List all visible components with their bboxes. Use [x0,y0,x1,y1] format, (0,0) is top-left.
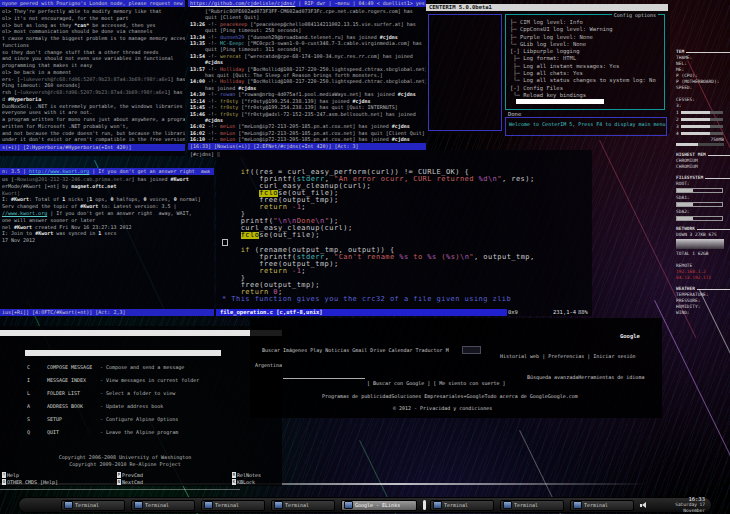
code-line: * This function gives you the crc32 of a… [222,296,592,303]
menu-name: ADDRESS BOOK [47,403,83,409]
vim-code-area[interactable]: if((res = curl_easy_perform(curl)) != CU… [222,169,592,303]
irc-line: 13:54 -!- werecat ["werecatde@cpe-68-174… [190,53,426,59]
config-tree-item[interactable]: ├─ Log all instant messages: Yes [510,63,662,70]
config-tree-item[interactable]: ├─ Log all chats: Yes [510,70,662,77]
taskbar-button-label: Terminal [514,502,538,508]
taskbar-button-terminal-4[interactable]: Terminal [271,500,335,511]
sysmon-row [676,188,723,193]
terminal-icon [64,501,73,509]
menu-key: S [27,416,30,422]
keybar-help[interactable]: Help [7,472,19,478]
irc-line: ol> be back in a moment [2,69,185,76]
alpine-menu-item-l[interactable]: LFOLDER LIST- Select a folder to view [0,390,282,403]
irc-line: erMode/#Kwort [+nt] by magnet.oftc.net [2,183,214,190]
keybar-bracket-help[interactable]: [Help] [40,479,58,486]
code-line: curl_easy_cleanup(curl); [222,183,592,190]
google-search-input[interactable] [283,373,365,379]
config-tree-item[interactable]: └─ GLib log level: None [510,41,662,48]
google-account-links[interactable]: Historial web | Preferencias | Iniciar s… [500,353,635,359]
code-line: return 0; [222,289,592,296]
keybar-nextcmd[interactable]: NextCmd [122,479,143,485]
taskbar-button-terminal-8[interactable]: Terminal [570,500,634,511]
config-tree-item[interactable]: ├─ Log format: HTML [510,55,662,62]
alpine-menu-item-a[interactable]: AADDRESS BOOK- Update address book [0,403,282,416]
google-nav-bar: Buscar Imágenes Play Noticias Gmail Driv… [262,347,449,353]
irc-chat-log: us [~Nowius@201-212-32-246.cab.prima.net… [2,176,214,244]
irc-line: d #Hyperboria [2,96,185,103]
keybar-other-cmds[interactable]: OTHER CMDS [7,479,37,485]
code-line: if (rename(output_tmp, output)) { [222,247,592,254]
sysmon-row: WIND: [676,310,730,316]
copyright-line: Copyright 2009-2010 Re-Alpine Project [0,461,250,468]
taskbar-button-google-elinks[interactable]: Google - ELinks [341,500,417,511]
sysmon-row: CHROMIUM [676,164,730,170]
config-tree-item[interactable]: └─ Log all status changes to system log:… [510,77,662,84]
irc-topic-bar: nyone peered with Pnurigno's London node… [0,0,185,7]
taskbar-separator [423,500,426,510]
menu-desc: - View messages in current folder [100,377,199,383]
irc-line: ol> but as long as they *can* be accesse… [2,22,185,29]
menu-name: MESSAGE INDEX [47,377,86,383]
config-tree-item[interactable]: [-] Config Files [510,85,662,92]
taskbar-button-terminal-3[interactable]: Terminal [201,500,265,511]
menu-name: SETUP [47,416,62,422]
irc-line: ol> most communication should be done vi… [2,28,185,35]
config-tree-item[interactable]: ├─ Purple log level: None [510,34,662,41]
taskbar-button-terminal-1[interactable]: Terminal [61,500,125,511]
irc-line: Kwort] [2,190,214,197]
alpine-menu-item-s[interactable]: SSETUP- Configure Alpine Options [0,416,282,429]
google-country-label: Argentina [255,362,282,368]
irc-status-text: ius[+Ri]] [4:OFTC/#Kwort(+nt)] [Act: 2,3… [2,309,125,315]
taskbar-button-terminal-6[interactable]: Terminal [430,500,494,511]
key-badge: N [117,479,121,485]
elinks-google-window: Google Buscar Imágenes Play Noticias Gma… [250,318,662,418]
code-line: return -1; [222,268,592,275]
terminal-icon [134,501,143,509]
volume-icon[interactable] [640,501,648,509]
keybar-prevcmd[interactable]: PrevCmd [122,472,143,478]
config-tree-item[interactable]: [-] Libpurple logging [510,48,662,55]
irc-topic-bar: https://github.com/cjdelisle/cjdns/ | RI… [190,0,426,7]
centerim-window: CENTERIM 5.0.0beta1 Config options ├─ CI… [426,4,670,134]
sysmon-row: 750MB [676,137,730,147]
centerim-selected-row[interactable] [516,99,604,104]
irc-chat-log: ["Rubric8OPE602ad073F3FF-CM602ad073F3Fc.… [190,8,426,143]
code-line: printf("\n\nDone\n"); [222,218,592,225]
google-nav-links[interactable]: Buscar Imágenes Play Noticias Gmail Driv… [262,347,449,353]
irc-line: ers- [~lukeversh@fc68:fd06:5207:9b23:87a… [2,76,185,83]
google-search-buttons[interactable]: [ Buscar con Google ] [ Me siento con su… [367,380,505,386]
keybar-kblock[interactable]: KBLock [237,479,255,485]
code-line: free(output_tmp); [222,282,592,289]
code-line: if((res = curl_easy_perform(curl)) != CU… [222,169,592,176]
elinks-link-cursor[interactable] [462,346,481,354]
config-tree-item[interactable]: ├─ CppConsUI log level: Warning [510,26,662,33]
sysmon-row [676,202,723,207]
terminal-icon [274,501,283,509]
vim-cursor-position: 231,1-4 [553,309,576,316]
taskbar-button-terminal-7[interactable]: Terminal [500,500,564,511]
config-tree-item[interactable]: ├─ CIM log level: Info [510,19,662,26]
irc-window-kwort: n: 3.5 | http://www.kwort.org | If you d… [0,168,214,316]
google-search-tools-links[interactable]: Búsqueda avanzadaHerramientas de idioma [527,374,644,380]
taskbar-clock: 16:33 Saturday 17 November [652,496,705,514]
alpine-menu-item-c[interactable]: CCOMPOSE MESSAGE- Compose and send a mes… [0,364,282,377]
google-footer-links[interactable]: Programas de publicidadSoluciones Empres… [322,393,578,399]
code-line: } [222,211,592,218]
sysmon-row: 1 [676,109,730,116]
alpine-menu-item-q[interactable]: QQUIT- Leave the Alpine program [0,429,282,442]
vim-window: if((res = curl_easy_perform(curl)) != CU… [216,150,592,316]
sysmon-row: SDA2: [676,209,730,215]
key-badge: O [2,479,6,485]
alpine-menu-item-i[interactable]: IMESSAGE INDEX- View messages in current… [0,377,282,390]
irc-window-cjdns: https://github.com/cjdelisle/cjdns/ | RI… [188,0,426,157]
sysmon-row [676,216,723,221]
code-line: fprintf(stderr, "Can't rename %s to %s (… [222,254,592,261]
keybar-relnotes[interactable]: RelNotes [237,472,261,478]
google-footer-copyright: © 2012 - Privacidad y condiciones [393,405,492,411]
irc-line: rsh [~lukeversh@fc68:fd06:5207:9b23:87a4… [2,89,185,96]
code-line: curl_easy_cleanup(curl); [222,225,592,232]
code-line: fclose(out_file); [222,190,592,197]
irc-line: nel #Kwort created Fri Nov 16 23:27:13 2… [2,224,214,231]
code-line: return -1; [222,204,592,211]
taskbar-button-terminal-2[interactable]: Terminal [131,500,195,511]
